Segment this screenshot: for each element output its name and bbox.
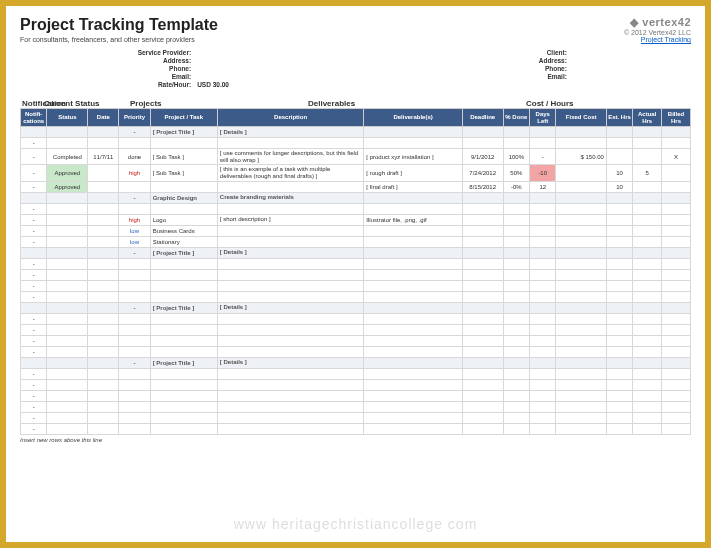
- cell: [503, 291, 529, 302]
- col-actualhrs: Actual Hrs: [633, 109, 662, 127]
- cell: [503, 379, 529, 390]
- cell: [462, 236, 503, 247]
- cell: [ this is an example of a task with mult…: [217, 165, 363, 181]
- cell: [217, 138, 363, 149]
- cell: [530, 379, 556, 390]
- col-deadline: Deadline: [462, 109, 503, 127]
- cell: [88, 138, 119, 149]
- cell: [606, 127, 632, 138]
- cell: Stationary: [150, 236, 217, 247]
- cell: [606, 192, 632, 203]
- cell: [462, 368, 503, 379]
- cell: -: [21, 165, 47, 181]
- cell: [503, 302, 529, 313]
- cell: low: [119, 225, 150, 236]
- cell: [462, 258, 503, 269]
- cell: [ final draft ]: [364, 181, 462, 192]
- cell: [ Sub Task ]: [150, 165, 217, 181]
- cell: [88, 291, 119, 302]
- cell: [462, 379, 503, 390]
- cell: [88, 368, 119, 379]
- group-cost: Cost / Hours: [466, 99, 691, 108]
- copyright: © 2012 Vertex42 LLC: [624, 29, 691, 36]
- cell: [88, 236, 119, 247]
- cell: [606, 291, 632, 302]
- cell: [662, 181, 691, 192]
- cell: [606, 138, 632, 149]
- cell: [364, 390, 462, 401]
- cell: [633, 346, 662, 357]
- cell: [556, 423, 606, 434]
- cell: [462, 214, 503, 225]
- cell: -: [119, 302, 150, 313]
- cell: [ short description ]: [217, 214, 363, 225]
- table-row: -: [21, 379, 691, 390]
- cell: [462, 390, 503, 401]
- cell: [633, 258, 662, 269]
- cell: [633, 214, 662, 225]
- cell: [217, 412, 363, 423]
- cell: 9/1/2012: [462, 149, 503, 165]
- cell: 8/15/2012: [462, 181, 503, 192]
- cell: [606, 357, 632, 368]
- cell: [633, 379, 662, 390]
- cell: [ Project Title ]: [150, 302, 217, 313]
- cell: [503, 357, 529, 368]
- provider-label: Service Provider:: [20, 49, 197, 56]
- client-email-label: Email:: [396, 73, 573, 80]
- project-tracking-link[interactable]: Project Tracking: [641, 36, 691, 43]
- cell: [217, 203, 363, 214]
- cell: [150, 423, 217, 434]
- cell: 10: [606, 165, 632, 181]
- cell: [47, 280, 88, 291]
- cell: [606, 214, 632, 225]
- cell: [88, 127, 119, 138]
- group-status: Current Status: [42, 99, 128, 108]
- cell: [530, 335, 556, 346]
- cell: Illustrator file, .png, .gif: [364, 214, 462, 225]
- cell: [ Sub Task ]: [150, 149, 217, 165]
- cell: [462, 138, 503, 149]
- table-row: -[ Project Title ][ Details ]: [21, 247, 691, 258]
- cell: [556, 165, 606, 181]
- cell: [88, 346, 119, 357]
- cell: [503, 127, 529, 138]
- cell: [462, 280, 503, 291]
- cell: [503, 313, 529, 324]
- cell: [662, 192, 691, 203]
- cell: [530, 192, 556, 203]
- cell: -: [21, 412, 47, 423]
- cell: [662, 165, 691, 181]
- cell: [662, 280, 691, 291]
- cell: [150, 324, 217, 335]
- cell: [662, 138, 691, 149]
- cell: [364, 302, 462, 313]
- cell: 50%: [503, 165, 529, 181]
- cell: [364, 236, 462, 247]
- cell: [503, 225, 529, 236]
- cell: [606, 401, 632, 412]
- cell: [530, 138, 556, 149]
- cell: [556, 390, 606, 401]
- cell: [556, 401, 606, 412]
- cell: [88, 280, 119, 291]
- cell: [217, 335, 363, 346]
- cell: [88, 258, 119, 269]
- cell: [462, 346, 503, 357]
- cell: [47, 247, 88, 258]
- cell: [606, 280, 632, 291]
- cell: [556, 181, 606, 192]
- cell: -: [21, 324, 47, 335]
- cell: [633, 368, 662, 379]
- cell: [364, 379, 462, 390]
- cell: [150, 258, 217, 269]
- cell: [119, 379, 150, 390]
- cell: [503, 236, 529, 247]
- cell: [88, 324, 119, 335]
- cell: [47, 379, 88, 390]
- table-row: -: [21, 269, 691, 280]
- cell: [47, 335, 88, 346]
- cell: [88, 165, 119, 181]
- cell: [47, 423, 88, 434]
- cell: [530, 357, 556, 368]
